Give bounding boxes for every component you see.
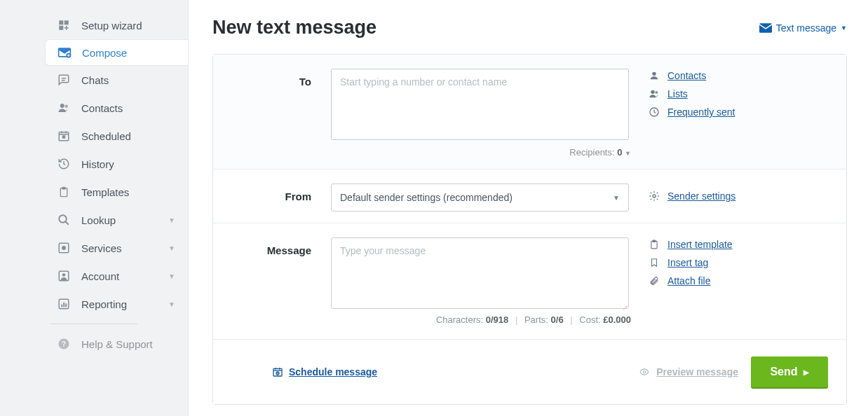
clock-icon [648, 106, 660, 118]
chart-icon [56, 296, 72, 312]
type-switch-label: Text message [776, 22, 836, 34]
svg-rect-34 [653, 240, 656, 242]
preview-message-link[interactable]: Preview message [638, 366, 738, 377]
chevron-down-icon: ▼ [625, 150, 631, 157]
people-icon [56, 100, 72, 116]
svg-line-16 [65, 221, 69, 225]
sidebar-item-help[interactable]: ? Help & Support [0, 330, 188, 358]
sidebar-item-label: Scheduled [81, 130, 131, 142]
svg-point-28 [652, 72, 656, 76]
svg-point-40 [644, 370, 646, 373]
to-input[interactable]: Start typing a number or contact name [331, 69, 629, 140]
recipients-counter[interactable]: Recipients: 0 ▼ [331, 147, 632, 158]
svg-point-15 [59, 215, 67, 223]
svg-point-32 [653, 195, 656, 197]
sidebar-item-reporting[interactable]: Reporting ▼ [0, 290, 188, 318]
from-select[interactable]: Default sender settings (recommended) ▼ [331, 183, 629, 212]
sidebar-item-label: Account [81, 270, 119, 282]
section-to: To Start typing a number or contact name… [213, 55, 846, 169]
sidebar-item-account[interactable]: Account ▼ [0, 262, 188, 290]
sidebar-item-history[interactable]: History [0, 150, 188, 178]
gear-icon [648, 190, 660, 202]
chevron-down-icon: ▼ [168, 300, 175, 308]
svg-rect-0 [59, 20, 63, 25]
link-insert-template[interactable]: Insert template [648, 239, 829, 250]
person-icon [648, 70, 660, 81]
schedule-message-link[interactable]: Schedule message [272, 366, 377, 377]
message-input[interactable]: Type your message [331, 237, 629, 309]
resize-handle-icon[interactable] [621, 300, 628, 307]
svg-point-29 [651, 90, 654, 94]
sidebar-item-label: Help & Support [81, 338, 153, 350]
chevron-down-icon: ▼ [168, 244, 175, 252]
send-button[interactable]: Send ▶ [751, 356, 828, 387]
sidebar-item-chats[interactable]: Chats [0, 66, 188, 94]
chevron-down-icon: ▼ [168, 216, 175, 224]
link-insert-tag[interactable]: Insert tag [648, 257, 829, 268]
footer: Schedule message Preview message Send ▶ [213, 340, 846, 404]
mail-icon [759, 23, 772, 33]
sidebar-item-label: Contacts [81, 102, 123, 114]
main-content: New text message Text message ▼ To Start… [188, 0, 868, 416]
section-from: From Default sender settings (recommende… [213, 169, 846, 223]
sidebar-item-label: Setup wizard [81, 20, 142, 32]
chevron-down-icon: ▼ [841, 25, 847, 32]
sidebar-item-label: Services [81, 242, 122, 254]
sidebar-item-label: History [81, 158, 114, 170]
svg-point-18 [62, 247, 66, 250]
sidebar-item-services[interactable]: Services ▼ [0, 234, 188, 262]
sidebar-item-label: Templates [81, 186, 129, 198]
clipboard-icon [648, 239, 660, 250]
svg-rect-2 [59, 26, 63, 30]
link-lists[interactable]: Lists [648, 88, 829, 99]
from-select-value: Default sender settings (recommended) [340, 192, 513, 203]
svg-point-20 [62, 273, 66, 277]
sidebar-item-contacts[interactable]: Contacts [0, 94, 188, 122]
link-sender-settings[interactable]: Sender settings [648, 190, 829, 202]
svg-point-30 [655, 91, 658, 94]
sidebar-item-label: Lookup [81, 214, 116, 226]
to-label: To [230, 69, 331, 158]
message-placeholder: Type your message [340, 245, 426, 256]
link-attach-file[interactable]: Attach file [648, 275, 829, 286]
send-button-label: Send [770, 366, 797, 378]
dashboard-icon [56, 18, 72, 33]
sidebar-item-scheduled[interactable]: Scheduled [0, 122, 188, 150]
link-frequently-sent[interactable]: Frequently sent [648, 106, 829, 118]
sidebar-item-setup-wizard[interactable]: Setup wizard [0, 11, 188, 39]
sidebar-item-label: Chats [81, 74, 109, 86]
svg-point-7 [65, 105, 69, 109]
sidebar-item-label: Reporting [81, 298, 127, 310]
svg-rect-24 [65, 303, 67, 307]
section-message: Message Type your message Characters: 0/… [213, 223, 846, 340]
link-contacts[interactable]: Contacts [648, 70, 829, 81]
sidebar-divider [50, 324, 137, 324]
history-icon [56, 156, 72, 172]
sidebar-item-compose[interactable]: Compose [45, 39, 188, 66]
compose-icon [57, 45, 72, 60]
paperclip-icon [648, 275, 660, 286]
compose-card: To Start typing a number or contact name… [212, 54, 847, 405]
clipboard-icon [56, 184, 72, 200]
people-icon [648, 88, 660, 99]
chat-icon [56, 72, 72, 88]
search-icon [56, 212, 72, 228]
from-label: From [230, 183, 331, 212]
svg-rect-1 [65, 20, 69, 25]
svg-text:?: ? [62, 340, 66, 348]
sidebar-item-lookup[interactable]: Lookup ▼ [0, 206, 188, 234]
services-icon [56, 240, 72, 256]
calendar-icon [56, 128, 72, 144]
message-type-switch[interactable]: Text message ▼ [759, 22, 847, 34]
calendar-icon [272, 366, 283, 377]
svg-point-6 [60, 104, 65, 108]
sidebar-item-templates[interactable]: Templates [0, 178, 188, 206]
chevron-down-icon: ▼ [168, 272, 175, 280]
sidebar-item-label: Compose [82, 47, 127, 59]
svg-rect-22 [61, 305, 62, 307]
message-counter: Characters: 0/918 | Parts: 0/6 | Cost: £… [331, 314, 632, 325]
account-icon [56, 268, 72, 284]
bookmark-icon [648, 257, 660, 268]
sidebar: Setup wizard Compose Chats Contacts Sche [0, 0, 188, 416]
chevron-down-icon: ▼ [613, 194, 620, 202]
